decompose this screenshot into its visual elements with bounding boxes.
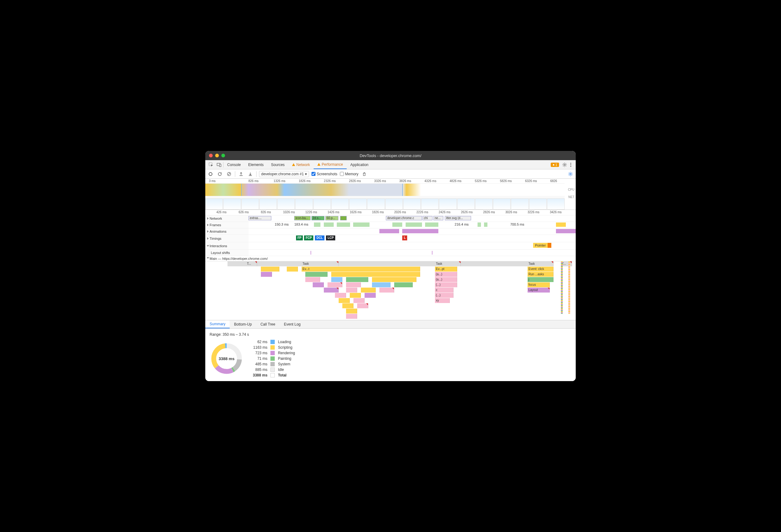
tracks-pane[interactable]: Network extras.... icon-ba... 2d.s... 60…	[205, 215, 576, 320]
animation-bar[interactable]	[402, 229, 438, 233]
track-animations[interactable]: Animations	[205, 228, 576, 235]
flame-event[interactable]	[342, 303, 354, 308]
flame-event[interactable]	[287, 267, 298, 272]
frame-bar[interactable]	[337, 222, 350, 227]
disclosure-icon[interactable]	[207, 217, 209, 220]
network-request[interactable]: 2d.s...	[312, 216, 324, 220]
minimize-window-button[interactable]	[215, 154, 219, 158]
flame-event[interactable]	[331, 272, 420, 277]
flame-event[interactable]	[305, 277, 320, 282]
track-timings[interactable]: Timings FP FCP DCL LCP L	[205, 235, 576, 242]
frame-bar[interactable]	[478, 222, 481, 227]
network-request[interactable]: developer.chrome.c	[386, 216, 422, 220]
flame-event[interactable]: focus	[528, 282, 550, 287]
flame-event[interactable]: Task	[528, 261, 553, 266]
flame-event[interactable]: j	[528, 277, 553, 282]
network-request[interactable]: itter.svg (d...	[445, 216, 471, 220]
screenshots-checkbox[interactable]: Screenshots	[312, 172, 337, 176]
tab-network[interactable]: Network	[288, 160, 314, 169]
tab-bottom-up[interactable]: Bottom-Up	[230, 320, 256, 328]
device-toolbar-icon[interactable]	[215, 162, 223, 167]
layout-shift-marker[interactable]	[311, 251, 311, 255]
network-request[interactable]: 60.p...	[325, 216, 338, 220]
frame-bar[interactable]	[556, 222, 566, 227]
flame-event[interactable]: Ev...t	[301, 267, 420, 272]
main-flame-chart[interactable]: T... Task Task Task T... Ev...t Ev...pt …	[205, 261, 576, 320]
network-request[interactable]: ne...	[434, 216, 443, 220]
save-profile-button[interactable]	[247, 171, 254, 177]
flame-event[interactable]	[372, 282, 390, 287]
flame-event[interactable]	[372, 277, 416, 282]
flame-event[interactable]: T...	[246, 261, 257, 266]
flame-event[interactable]: (a...)	[435, 272, 457, 277]
flame-event[interactable]: c	[435, 287, 453, 293]
tab-summary[interactable]: Summary	[205, 320, 230, 328]
flame-event[interactable]	[365, 293, 376, 298]
garbage-collect-button[interactable]	[361, 171, 368, 177]
clear-button[interactable]	[225, 171, 233, 177]
tab-call-tree[interactable]: Call Tree	[256, 320, 280, 328]
flame-event[interactable]: Ev...pt	[435, 267, 457, 272]
track-frames[interactable]: Frames 150.3 ms 183.4 ms 216.4 ms 700.5 …	[205, 222, 576, 228]
flame-event[interactable]: Run ...asks	[528, 272, 553, 277]
overview-selection-handles[interactable]	[241, 184, 403, 196]
flame-event[interactable]	[346, 282, 361, 287]
layout-shift-marker[interactable]	[432, 251, 433, 255]
timing-fp[interactable]: FP	[296, 235, 303, 240]
timing-load[interactable]: L	[402, 235, 407, 240]
flame-event[interactable]: Event: click	[528, 267, 553, 272]
flame-event[interactable]: Task	[435, 261, 461, 266]
frame-bar[interactable]	[393, 222, 402, 227]
track-main[interactable]: Main — https://developer.chrome.com/	[205, 256, 576, 261]
tab-sources[interactable]: Sources	[267, 160, 288, 169]
flame-event[interactable]	[305, 272, 328, 277]
frame-bar[interactable]	[314, 222, 320, 227]
flame-event[interactable]	[361, 287, 376, 293]
animation-bar[interactable]	[556, 229, 576, 233]
flame-event[interactable]: (...)	[435, 293, 453, 298]
flame-task-strip[interactable]	[228, 261, 553, 266]
network-request[interactable]: chi	[423, 216, 433, 220]
frame-bar[interactable]	[406, 222, 422, 227]
recording-selector[interactable]: developer.chrome.com #1▾	[259, 171, 309, 177]
issues-badge[interactable]: ■1	[551, 163, 559, 167]
flame-event[interactable]	[350, 293, 361, 298]
interaction-pointer[interactable]: Pointer	[533, 243, 551, 248]
flame-event[interactable]	[335, 293, 346, 298]
frame-bar[interactable]	[484, 222, 487, 227]
disclosure-icon[interactable]	[207, 257, 209, 259]
tab-application[interactable]: Application	[347, 160, 372, 169]
reload-record-button[interactable]	[216, 171, 223, 177]
record-button[interactable]	[207, 171, 214, 177]
flame-event[interactable]	[379, 287, 394, 293]
frame-bar[interactable]	[353, 222, 370, 227]
settings-icon[interactable]	[562, 162, 567, 167]
flame-event[interactable]	[261, 272, 272, 277]
disclosure-icon[interactable]	[207, 245, 209, 247]
track-network[interactable]: Network extras.... icon-ba... 2d.s... 60…	[205, 215, 576, 222]
frame-bar[interactable]	[425, 222, 438, 227]
zoom-window-button[interactable]	[221, 154, 225, 158]
flame-event[interactable]: (...)	[435, 282, 457, 287]
tab-console[interactable]: Console	[223, 160, 245, 169]
timing-dcl[interactable]: DCL	[315, 235, 324, 240]
flame-event[interactable]: Layout	[528, 287, 550, 293]
disclosure-icon[interactable]	[207, 224, 209, 226]
flame-event[interactable]	[331, 277, 342, 282]
flame-event[interactable]	[261, 267, 279, 272]
track-layout-shifts[interactable]: Layout shifts	[205, 250, 576, 256]
network-request[interactable]	[340, 216, 347, 220]
network-request[interactable]: extras....	[248, 216, 271, 220]
flame-event[interactable]	[346, 287, 357, 293]
timing-fcp[interactable]: FCP	[304, 235, 313, 240]
flame-event[interactable]	[394, 282, 413, 287]
frame-bar[interactable]	[324, 222, 334, 227]
load-profile-button[interactable]	[238, 171, 245, 177]
tab-event-log[interactable]: Event Log	[280, 320, 305, 328]
flame-event[interactable]: xy	[435, 298, 450, 303]
flame-event[interactable]	[357, 303, 368, 308]
close-window-button[interactable]	[209, 154, 213, 158]
flame-event[interactable]	[339, 298, 350, 303]
memory-checkbox[interactable]: Memory	[340, 172, 358, 176]
flame-event[interactable]	[346, 277, 368, 282]
